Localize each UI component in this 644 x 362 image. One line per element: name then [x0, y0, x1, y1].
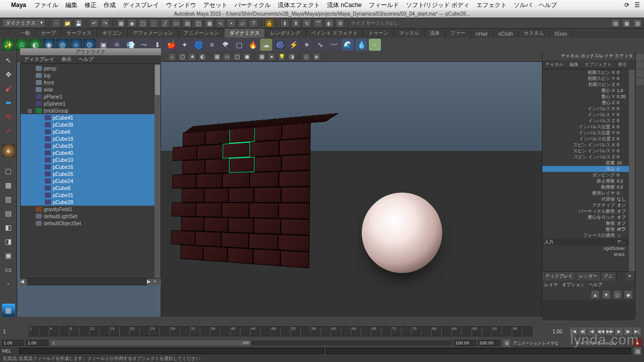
shelf-tab-general[interactable]: 一般 — [15, 29, 36, 38]
outliner-item-side[interactable]: side — [21, 86, 160, 93]
outliner-item-front[interactable]: front — [21, 79, 160, 86]
cb-attr-value[interactable]: 0.35 — [617, 94, 627, 99]
shelf-dynamics-lightning-icon[interactable]: ⚡ — [287, 39, 299, 51]
cb-menu-object[interactable]: オブジェクト — [582, 60, 615, 69]
outliner-item-pCube28[interactable]: pCube28 — [21, 199, 160, 206]
sel-uv-icon[interactable]: ▤ — [183, 19, 192, 28]
maya-app-menu[interactable]: Maya — [11, 2, 26, 9]
shelf-dynamics-smoke-icon[interactable]: ☁ — [260, 39, 272, 51]
cb-attr-7[interactable]: インパルス Y0 — [542, 112, 635, 118]
attr-editor-icon[interactable] — [636, 54, 643, 61]
shelf-dynamics-uniform-icon[interactable]: ≡ — [206, 39, 218, 51]
spotlight-icon[interactable]: ☰ — [634, 2, 640, 9]
two-pane-v-icon[interactable]: ▥ — [2, 193, 15, 206]
shelf-tab-rendering[interactable]: レンダリング — [265, 29, 306, 38]
undo-icon[interactable]: ↶ — [90, 19, 99, 28]
cb-attr-16[interactable]: 弾み0 — [542, 166, 635, 172]
outliner-item-pCube6[interactable]: pCube6 — [21, 128, 160, 135]
viewport-canvas[interactable] — [160, 62, 542, 317]
outliner-item-pCube16[interactable]: pCube16 — [21, 163, 160, 170]
cb-attr-value[interactable]: 0 — [617, 148, 627, 153]
cb-attr-value[interactable]: 0 — [617, 118, 627, 123]
cb-attr-14[interactable]: スピン インパルス Z0 — [542, 154, 635, 160]
cb-attr-value[interactable]: 0 — [617, 100, 627, 105]
channel-box-icon[interactable] — [636, 70, 643, 77]
scrollbar-thumb[interactable] — [155, 65, 160, 95]
new-scene-icon[interactable]: ▫ — [52, 19, 61, 28]
persp-graph-icon[interactable]: ◨ — [2, 235, 15, 248]
single-pane-icon[interactable]: ▢ — [2, 164, 15, 177]
vp-grid-icon[interactable]: ▦ — [213, 53, 221, 61]
cb-attr-value[interactable]: バウンデ... — [617, 226, 627, 245]
outliner-expander-icon[interactable]: ⊟ — [28, 108, 32, 114]
snap-curve-icon[interactable]: ∿ — [216, 19, 225, 28]
cb-attr-value[interactable]: 0 — [617, 142, 627, 147]
outliner-item-pCube24[interactable]: pCube24 — [21, 177, 160, 185]
menu-effects[interactable]: エフェクト — [476, 1, 507, 10]
cb-attr-3[interactable]: 重心 X1.9 — [542, 87, 635, 94]
cb-attr-17[interactable]: ダンピング0 — [542, 172, 635, 178]
select-component-icon[interactable]: ▢ — [138, 19, 147, 28]
anim-layer-dropdown[interactable]: アニメーション レイヤな — [513, 340, 574, 346]
select-hierarchy-icon[interactable]: ▦ — [116, 19, 125, 28]
hypershade-layout-icon[interactable]: ▣ — [2, 249, 15, 262]
outliner-item-pCube18[interactable]: pCube18 — [21, 135, 160, 142]
cb-attr-value[interactable]: 0 — [617, 76, 627, 81]
outliner-item-pCube40[interactable]: pCube40 — [21, 149, 160, 156]
vp-shadows-icon[interactable]: ◑ — [288, 53, 296, 61]
cb-attr-value[interactable]: 0 — [617, 136, 627, 141]
two-pane-h-icon[interactable]: ▤ — [2, 207, 15, 220]
layer-tab-anim[interactable]: アニ — [601, 272, 616, 281]
input-connections-icon[interactable]: ⬇ — [280, 19, 289, 28]
menu-assets[interactable]: アセット — [203, 1, 227, 10]
cb-attr-10[interactable]: インパルス位置 Y0 — [542, 130, 635, 136]
shelf-dynamics-ocean-icon[interactable]: 🌊 — [342, 39, 354, 51]
outliner-item-defaultObjectSet[interactable]: defaultObjectSet — [21, 220, 160, 227]
save-scene-icon[interactable]: 💾 — [74, 19, 83, 28]
outliner-hscroll[interactable]: ◀ ▶ ▪ — [20, 279, 161, 286]
construction-history-icon[interactable]: ↻ — [302, 19, 311, 28]
layer-move-down-icon[interactable]: ▼ — [602, 290, 611, 299]
vp-resolution-gate-icon[interactable]: ▢ — [233, 53, 241, 61]
cb-attr-9[interactable]: インパルス位置 X0 — [542, 124, 635, 130]
hscroll-left-icon[interactable]: ◀ — [20, 279, 27, 286]
cb-attr-value[interactable]: 0 — [617, 124, 627, 129]
outliner-item-pPlane1[interactable]: pPlane1 — [21, 93, 160, 100]
cb-attr-8[interactable]: インパルス Z0 — [542, 118, 635, 124]
layer-new-empty-icon[interactable]: ◇ — [613, 290, 622, 299]
shelf-tab-nhair[interactable]: nHair — [471, 30, 494, 38]
ipr-icon[interactable]: ◐ — [325, 19, 334, 28]
vp-camera-icon[interactable]: ⌂ — [168, 53, 176, 61]
shelf-dynamics-radial-icon[interactable]: ✦ — [179, 39, 191, 51]
cb-attr-20[interactable]: 衝突レイヤ0 — [542, 190, 635, 196]
outliner-menu-show[interactable]: 表示 — [61, 56, 71, 63]
shelf-dynamics-turbulence-icon[interactable]: 🌀 — [192, 39, 204, 51]
cb-attr-18[interactable]: 静止摩擦0.2 — [542, 178, 635, 184]
outliner-body[interactable]: persptopfrontsidepPlane1pSphere1⊟brickGr… — [20, 63, 161, 279]
cmd-language-label[interactable]: MEL — [2, 348, 17, 353]
menu-soft-rigid[interactable]: ソフト/リジッド ボディ — [406, 1, 470, 10]
shelf-tab-xgen[interactable]: XGen — [549, 30, 573, 38]
output-connections-icon[interactable]: ⬆ — [291, 19, 300, 28]
menu-window[interactable]: ウィンドウ — [166, 1, 196, 10]
paint-select-tool-icon[interactable]: 🖌 — [2, 82, 15, 95]
vp-xray-icon[interactable]: ◈ — [312, 53, 320, 61]
vp-film-gate-icon[interactable]: ▭ — [223, 53, 231, 61]
sel-face-icon[interactable]: ▭ — [172, 19, 181, 28]
vp-bookmark-icon[interactable]: ★ — [188, 53, 196, 61]
outliner-menu-help[interactable]: ヘルプ — [78, 56, 94, 63]
outliner-item-pCube8[interactable]: pCube8 — [21, 185, 160, 192]
cb-attr-value[interactable]: 0.2 — [617, 178, 627, 184]
cb-attr-value[interactable]: 0 — [617, 70, 627, 75]
cb-attr-value[interactable]: 0 — [617, 166, 627, 171]
menu-display[interactable]: ディスプレイ — [123, 1, 159, 10]
vp-wireframe-icon[interactable]: ▦ — [258, 53, 266, 61]
outliner-menu-display[interactable]: ディスプレイ — [24, 56, 54, 63]
layer-menu-layers[interactable]: レイヤ — [544, 282, 558, 288]
layer-list[interactable] — [542, 300, 635, 320]
shelf-dynamics-fireworks-icon[interactable]: 🎆 — [274, 39, 286, 51]
quick-layout-icon[interactable]: ▦ — [2, 304, 15, 317]
help-icon[interactable]: ? — [249, 19, 258, 28]
menu-solver[interactable]: ソルバ — [514, 1, 532, 10]
cb-attr-13[interactable]: スピン インパルス Y0 — [542, 148, 635, 154]
